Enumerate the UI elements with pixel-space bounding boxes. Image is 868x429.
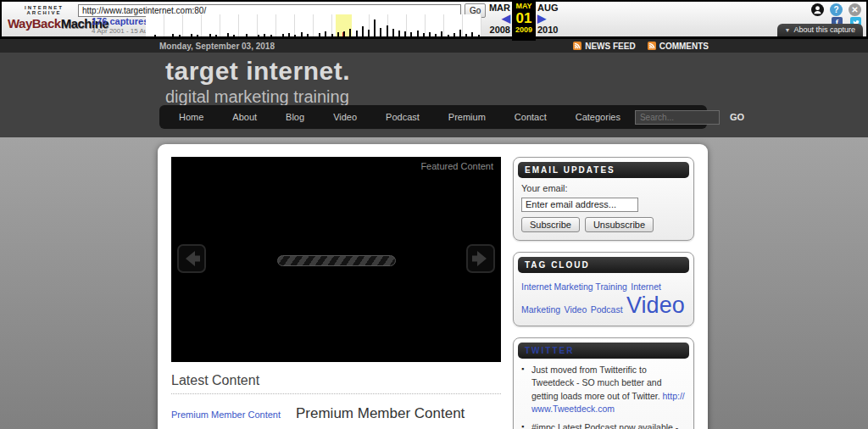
rss-icon <box>648 42 656 50</box>
sparkline-slot <box>445 14 451 36</box>
prev-year-label: 2008 <box>481 25 510 35</box>
tweet-list: Just moved from Twitterific to Tweetdeck… <box>521 364 686 429</box>
sparkline-slot <box>201 14 207 36</box>
sparkline-slot <box>353 14 359 36</box>
tag-link[interactable]: Internet Marketing Training <box>521 281 627 292</box>
nav-item-home[interactable]: Home <box>164 105 218 129</box>
site-masthead: target internet. digital marketing train… <box>0 53 868 137</box>
sparkline-slot <box>195 14 201 36</box>
news-feed-label: NEWS FEED <box>585 42 635 51</box>
next-capture-column: AUG ▶ 2010 <box>537 3 568 38</box>
sparkline-slot <box>219 14 225 36</box>
sparkline-slot <box>304 14 310 36</box>
page-background: Featured Content Latest Content Premium … <box>0 137 868 429</box>
sparkline-slot <box>426 14 432 36</box>
tag-cloud-tags: Internet Marketing Training Internet Mar… <box>518 273 689 322</box>
next-year-label: 2010 <box>537 25 568 35</box>
sparkline-slot <box>188 14 194 36</box>
sparkline-slot <box>158 14 164 36</box>
site-date: Monday, September 03, 2018 <box>159 42 275 51</box>
sparkline-slot <box>359 14 365 36</box>
tag-link[interactable]: Video <box>565 304 587 315</box>
sparkline-slot <box>287 14 292 36</box>
nav-item-video[interactable]: Video <box>319 105 371 129</box>
tag-link[interactable]: Podcast <box>591 304 623 315</box>
current-capture-column[interactable]: MAY 01 2009 <box>512 2 536 41</box>
archived-page: Monday, September 03, 2018 NEWS FEED COM… <box>0 39 868 429</box>
unsubscribe-button[interactable]: Unsubscribe <box>585 217 654 232</box>
sparkline-slot <box>213 14 219 36</box>
carousel-next-icon[interactable] <box>466 244 495 273</box>
sparkline-slot <box>372 14 378 36</box>
carousel-prev-icon[interactable] <box>177 244 206 273</box>
current-day-label: 01 <box>512 11 536 26</box>
sparkline-slot <box>249 14 255 36</box>
sparkline-slot <box>457 14 463 36</box>
comments-label: COMMENTS <box>659 42 709 51</box>
nav-item-blog[interactable]: Blog <box>271 105 319 129</box>
nav-item-categories[interactable]: Categories <box>561 105 635 129</box>
sparkline-slot <box>329 14 335 36</box>
sparkline-slot <box>243 14 249 36</box>
sparkline-slot <box>152 14 158 36</box>
wayback-toolbar: INTERNET ARCHIVE WayBackMachine Go 176 c… <box>0 0 868 39</box>
sparkline-slot <box>225 14 231 36</box>
tag-link[interactable]: Marketing <box>521 304 560 315</box>
sparkline-slot <box>342 14 348 36</box>
sparkline-slot <box>451 14 457 36</box>
sparkline-slot <box>317 14 323 36</box>
post-title: Premium Member Content <box>296 405 465 422</box>
prev-capture-arrow-icon[interactable]: ◀ <box>481 13 510 25</box>
sparkline-slot <box>396 14 402 36</box>
tag-link[interactable]: Internet <box>631 281 661 292</box>
featured-content-label: Featured Content <box>420 161 493 171</box>
email-updates-header: EMAIL UPDATES <box>518 162 689 178</box>
sparkline-slot <box>378 14 384 36</box>
nav-items: HomeAboutBlogVideoPodcastPremiumContactC… <box>164 105 635 129</box>
help-icon[interactable]: ? <box>830 3 843 16</box>
news-feed-link[interactable]: NEWS FEED <box>573 42 635 51</box>
comments-link[interactable]: COMMENTS <box>648 42 709 51</box>
main-navigation: HomeAboutBlogVideoPodcastPremiumContactC… <box>159 105 707 129</box>
featured-content-player[interactable]: Featured Content <box>171 157 501 362</box>
about-capture-label: About this capture <box>793 25 855 34</box>
sparkline-slot <box>231 14 237 36</box>
sparkline-slot <box>464 14 470 36</box>
search-input[interactable] <box>635 110 720 125</box>
sparkline-slot <box>470 14 476 36</box>
nav-item-podcast[interactable]: Podcast <box>371 105 434 129</box>
sparkline-slot <box>292 14 298 36</box>
wayback-logo[interactable]: INTERNET ARCHIVE WayBackMachine <box>8 5 81 30</box>
sparkline-slot <box>335 14 341 36</box>
loading-progress-bar <box>277 255 396 266</box>
nav-item-contact[interactable]: Contact <box>500 105 561 129</box>
next-capture-arrow-icon[interactable]: ▶ <box>537 13 568 25</box>
email-field[interactable] <box>521 198 638 212</box>
profile-icon[interactable] <box>811 3 824 16</box>
tweet-text: #impc Latest Podcast now available - lot… <box>531 422 678 429</box>
nav-item-premium[interactable]: Premium <box>434 105 500 129</box>
sparkline-slot <box>384 14 390 36</box>
site-title[interactable]: target internet. <box>165 57 868 86</box>
sparkline-slot <box>390 14 396 36</box>
close-toolbar-icon[interactable]: ✕ <box>849 3 861 16</box>
sparkline-slot <box>298 14 304 36</box>
tweet-item: Just moved from Twitterific to Tweetdeck… <box>521 364 686 415</box>
chevron-down-icon: ▼ <box>785 27 791 33</box>
tag-link[interactable]: Video <box>626 292 685 318</box>
latest-content-heading: Latest Content <box>171 373 501 394</box>
sparkline-slot <box>310 14 316 36</box>
premium-member-content-link[interactable]: Premium Member Content <box>171 410 281 420</box>
email-field-label: Your email: <box>521 183 686 193</box>
search-go-button[interactable]: GO <box>726 112 748 122</box>
subscribe-button[interactable]: Subscribe <box>521 217 580 232</box>
sparkline-slot <box>409 14 415 36</box>
capture-timeline[interactable] <box>146 14 481 36</box>
nav-item-about[interactable]: About <box>218 105 271 129</box>
site-date-bar: Monday, September 03, 2018 NEWS FEED COM… <box>0 39 868 53</box>
about-this-capture-button[interactable]: ▼About this capture <box>777 24 863 36</box>
sparkline-slot <box>176 14 182 36</box>
tag-cloud-header: TAG CLOUD <box>518 257 689 273</box>
sparkline-slot <box>237 14 243 36</box>
sparkline-slot <box>403 14 409 36</box>
